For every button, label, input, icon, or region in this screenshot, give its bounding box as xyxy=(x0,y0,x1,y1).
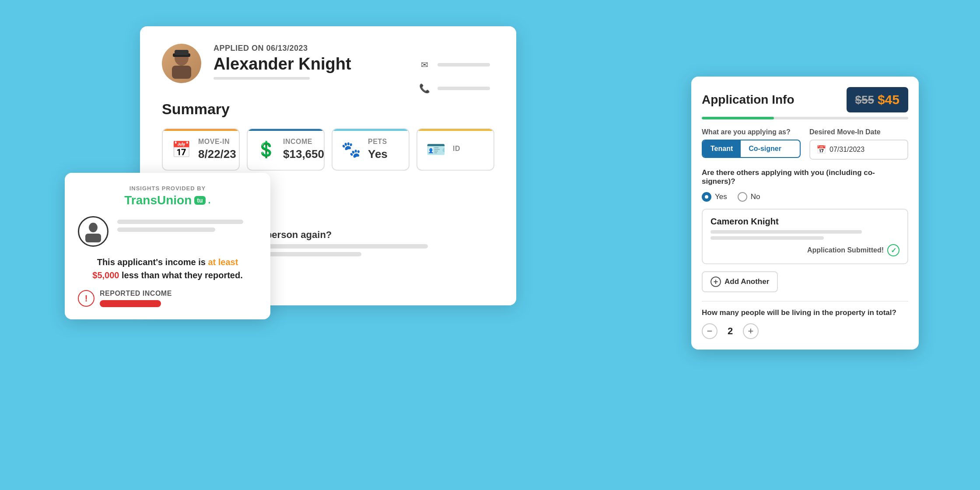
application-info-card: Application Info $55 $45 What are you ap… xyxy=(691,77,919,350)
applying-as-tabs: Tenant Co-signer xyxy=(702,140,801,158)
name-underline xyxy=(214,77,310,80)
svg-rect-1 xyxy=(172,66,191,79)
co-applicant-box: Cameron Knight Application Submitted! ✓ xyxy=(702,209,908,264)
pets-label: PETS xyxy=(368,138,388,146)
others-question: Are there others applying with you (incl… xyxy=(702,168,908,186)
income-icon: 💲 xyxy=(256,140,276,159)
phone-row: 📞 xyxy=(416,80,490,96)
phone-line xyxy=(438,87,490,90)
tu-msg-part1: This applicant's income is xyxy=(97,257,208,267)
reported-income-label: REPORTED INCOME xyxy=(100,290,172,298)
applying-as-group: What are you applying as? Tenant Co-sign… xyxy=(702,128,801,158)
calendar-icon: 📅 xyxy=(816,145,826,154)
co-applicant-name: Cameron Knight xyxy=(710,217,900,227)
email-row: ✉ xyxy=(416,57,490,73)
tenant-tab[interactable]: Tenant xyxy=(703,140,741,157)
id-icon: 🪪 xyxy=(426,140,446,159)
applying-as-row: What are you applying as? Tenant Co-sign… xyxy=(702,128,908,160)
increment-button[interactable]: + xyxy=(743,323,759,339)
svg-rect-5 xyxy=(85,234,101,242)
tu-msg-part3: less than what they reported. xyxy=(119,270,242,280)
email-icon: ✉ xyxy=(416,57,432,73)
people-count-row: − 2 + xyxy=(702,323,908,339)
move-in-value: 8/22/23 xyxy=(198,147,236,161)
plus-icon: + xyxy=(710,276,721,287)
tu-highlight2: $5,000 xyxy=(92,270,119,280)
add-another-button[interactable]: + Add Another xyxy=(702,271,778,292)
tu-message: This applicant's income is at least $5,0… xyxy=(78,256,257,282)
add-another-label: Add Another xyxy=(724,277,769,286)
people-count-value: 2 xyxy=(724,326,737,337)
price-original: $55 xyxy=(855,93,874,107)
cosigner-tab[interactable]: Co-signer xyxy=(741,140,789,157)
pets-icon: 🐾 xyxy=(341,140,361,159)
people-question: How many people will be living in the pr… xyxy=(702,308,908,317)
phone-icon: 📞 xyxy=(416,80,432,96)
move-in-icon: 📅 xyxy=(172,140,191,159)
submitted-badge: Application Submitted! ✓ xyxy=(710,244,900,256)
tu-line-2 xyxy=(117,228,215,232)
co-line-1 xyxy=(710,230,862,234)
tu-lines xyxy=(117,216,257,232)
price-badge: $55 $45 xyxy=(847,87,908,112)
svg-point-4 xyxy=(89,223,98,232)
co-line-2 xyxy=(710,236,824,240)
yes-radio[interactable] xyxy=(702,192,711,202)
decrement-button[interactable]: − xyxy=(702,323,718,339)
co-applicant-lines xyxy=(710,230,900,240)
avatar xyxy=(162,44,201,83)
applied-date: APPLIED ON 06/13/2023 xyxy=(214,44,494,53)
submitted-label: Application Submitted! xyxy=(807,246,884,254)
yes-label: Yes xyxy=(715,192,727,201)
applying-as-label: What are you applying as? xyxy=(702,128,801,136)
no-radio[interactable] xyxy=(738,192,747,202)
app-info-title: Application Info xyxy=(702,93,794,107)
summary-cards: 📅 MOVE-IN 8/22/23 💲 INCOME $13,650 🐾 PET… xyxy=(162,128,494,171)
transunion-card: INSIGHTS PROVIDED BY TransUnion tu . Thi… xyxy=(65,173,270,319)
app-info-header: Application Info $55 $45 xyxy=(691,77,919,112)
summary-section: Summary 📅 MOVE-IN 8/22/23 💲 INCOME $13,6… xyxy=(162,101,494,171)
pets-card: 🐾 PETS Yes xyxy=(332,128,410,171)
income-label: INCOME xyxy=(283,138,324,146)
contact-icons: ✉ 📞 xyxy=(416,57,490,96)
income-card: 💲 INCOME $13,650 xyxy=(247,128,325,171)
tu-dot: . xyxy=(208,195,211,206)
tu-body xyxy=(78,216,257,247)
tu-header: INSIGHTS PROVIDED BY TransUnion tu . xyxy=(78,185,257,207)
insights-label: INSIGHTS PROVIDED BY xyxy=(78,185,257,192)
email-line xyxy=(438,63,490,66)
tu-avatar xyxy=(78,216,108,247)
move-in-date-label: Desired Move-In Date xyxy=(809,128,908,136)
move-in-date-input[interactable]: 📅 07/31/2023 xyxy=(809,140,908,160)
warning-icon: ! xyxy=(78,290,94,307)
tu-line-1 xyxy=(117,220,243,224)
app-info-body: What are you applying as? Tenant Co-sign… xyxy=(691,119,919,350)
id-label: ID xyxy=(453,145,460,153)
move-in-date-value: 07/31/2023 xyxy=(830,146,864,154)
tu-name: TransUnion xyxy=(124,193,192,207)
tu-badge: tu xyxy=(194,196,205,205)
income-value: $13,650 xyxy=(283,147,324,161)
move-in-date-group: Desired Move-In Date 📅 07/31/2023 xyxy=(809,128,908,160)
income-bar xyxy=(100,300,161,307)
summary-title: Summary xyxy=(162,101,494,118)
svg-rect-3 xyxy=(175,50,189,55)
no-option[interactable]: No xyxy=(738,192,760,202)
move-in-label: MOVE-IN xyxy=(198,138,236,146)
tu-logo: TransUnion tu . xyxy=(78,193,257,207)
yes-no-radio-group: Yes No xyxy=(702,192,908,202)
yes-option[interactable]: Yes xyxy=(702,192,727,202)
price-discounted: $45 xyxy=(878,92,900,107)
check-icon: ✓ xyxy=(887,244,900,256)
divider xyxy=(702,301,908,301)
id-card: 🪪 ID xyxy=(416,128,494,171)
reported-income-row: ! REPORTED INCOME xyxy=(78,290,257,307)
tu-highlight1: at least xyxy=(208,257,238,267)
progress-bar-container xyxy=(691,112,919,119)
move-in-card: 📅 MOVE-IN 8/22/23 xyxy=(162,128,240,171)
no-label: No xyxy=(751,192,760,201)
applicant-header: APPLIED ON 06/13/2023 Alexander Knight ✉… xyxy=(162,44,494,83)
pets-value: Yes xyxy=(368,147,388,161)
